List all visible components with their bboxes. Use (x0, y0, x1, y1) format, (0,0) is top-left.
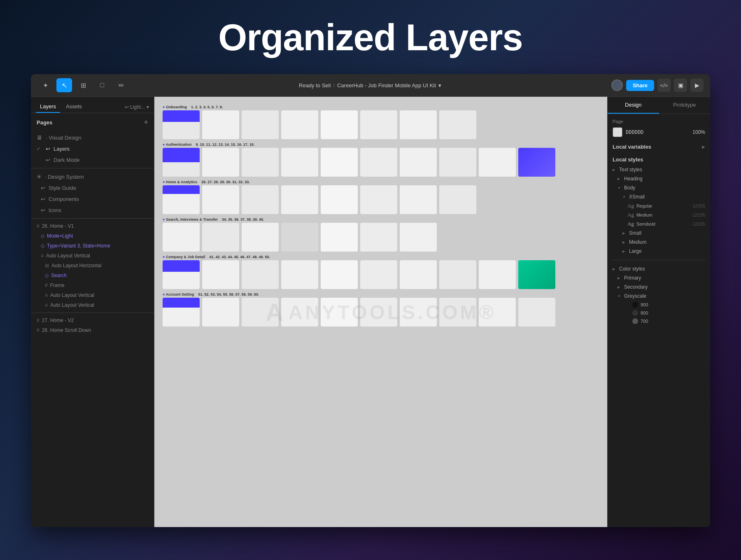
color-styles-header[interactable]: ▶ Color styles (613, 264, 705, 273)
style-secondary[interactable]: ▶ Secondary (613, 282, 705, 292)
style-small[interactable]: ▶ Small (613, 229, 705, 238)
frame-icon-v2: # (37, 317, 40, 323)
tab-layers[interactable]: Layers (36, 101, 60, 113)
breadcrumb-sep: / (333, 82, 335, 89)
page-item-components[interactable]: ↩ Components (31, 194, 154, 205)
style-xsmall-semibold[interactable]: Ag Semibold · 12/155 (613, 219, 705, 229)
arrow-icon-icons: ↩ (41, 207, 45, 213)
screen-49 (479, 260, 516, 289)
share-button[interactable]: Share (626, 80, 654, 91)
layer-frame[interactable]: # Frame (31, 280, 154, 290)
sidebar-right: Design Prototype Page DDDDDD 100% Loca (607, 97, 710, 527)
tab-prototype[interactable]: Prototype (659, 97, 711, 114)
layer-home-v1[interactable]: # 26. Home - V1 (31, 221, 154, 231)
greyscale-700-label: 700 (641, 319, 648, 324)
screen-33 (439, 185, 476, 214)
regular-meta: · 12/155 (690, 204, 705, 208)
layer-auto-layout-vertical-1[interactable]: ≡ Auto Layout Vertical (31, 251, 154, 261)
ag-semibold: Ag (627, 221, 634, 227)
right-tabs: Design Prototype (608, 97, 710, 114)
page-label-light-mode: Layers (54, 146, 70, 152)
style-xsmall-medium[interactable]: Ag Medium · 12/155 (613, 210, 705, 219)
screen-59 (479, 298, 516, 327)
pen-tool-btn[interactable]: ✏ (113, 78, 129, 92)
layer-home-v2[interactable]: # 27. Home - V2 (31, 315, 154, 325)
canvas-scroll[interactable]: ● Onboarding 1. 2. 3. 4. 5. 6. 7. 8. (154, 97, 607, 527)
arrow-icon: ↩ (46, 146, 50, 152)
screen-43 (242, 260, 279, 289)
play-icon[interactable]: ▶ (690, 79, 704, 92)
screen-58 (439, 298, 476, 327)
page-item-style-guide[interactable]: ↩ Style Guide (31, 182, 154, 194)
screen-35 (202, 223, 239, 252)
page-color-swatch[interactable] (613, 127, 622, 137)
layer-type-variant[interactable]: ◇ Type=Variant 3, State=Home (31, 241, 154, 251)
layer-auto-layout-horizontal[interactable]: ⊞ Auto Layout Horizontal (31, 261, 154, 271)
screen-15 (400, 148, 437, 177)
screen-10 (202, 148, 239, 177)
layer-search[interactable]: ◇ Search (31, 271, 154, 280)
style-greyscale-700[interactable]: 700 (613, 317, 705, 325)
present-icon[interactable]: ▣ (674, 79, 687, 92)
light-mode-component[interactable]: ↩ Light... ▾ (125, 104, 149, 110)
frame-icon-scroll: # (37, 327, 40, 333)
breadcrumb-part1: Ready to Sell (299, 82, 331, 89)
tab-design[interactable]: Design (608, 97, 659, 114)
frame-tool-btn[interactable]: ⊞ (75, 78, 91, 92)
code-icon[interactable]: </> (657, 79, 671, 92)
page-item-icons[interactable]: ↩ Icons (31, 205, 154, 216)
monitor-icon: 🖥 (37, 134, 42, 141)
panel-section-local-vars: Local variables ▶ (613, 144, 705, 150)
page-item-visual-design[interactable]: 🖥 · Visual Design (31, 132, 154, 143)
divider-3 (31, 313, 154, 313)
breadcrumb-dropdown-icon[interactable]: ▾ (438, 82, 441, 89)
sidebar-left: Layers Assets ↩ Light... ▾ Pages + 🖥 · V… (31, 97, 154, 527)
screen-31 (360, 185, 397, 214)
move-tool-btn[interactable]: ↖ (56, 78, 72, 92)
screen-12 (281, 148, 318, 177)
page-item-design-system[interactable]: ✳ · Design System (31, 171, 154, 182)
screen-5 (321, 110, 358, 139)
row-label-company: ● Company & Job Detail 41. 42. 43. 44. 4… (163, 255, 599, 259)
style-xsmall-regular[interactable]: Ag Regular · 12/155 (613, 201, 705, 210)
screen-42 (202, 260, 239, 289)
style-medium-size[interactable]: ▶ Medium (613, 238, 705, 247)
local-styles-title: Local styles (613, 156, 643, 163)
style-greyscale[interactable]: ▼ Greyscale (613, 292, 705, 301)
text-styles-header[interactable]: ▶ Text styles (613, 165, 705, 174)
page-item-light-mode[interactable]: ✓ ↩ Layers (31, 143, 154, 154)
sidebar-tabs: Layers Assets ↩ Light... ▾ (31, 97, 154, 113)
style-greyscale-900[interactable]: 900 (613, 301, 705, 309)
layer-auto-layout-vertical-3[interactable]: ≡ Auto Layout Vertical (31, 300, 154, 310)
xsmall-tri: ▼ (622, 195, 627, 199)
canvas-row-search (163, 223, 599, 252)
style-xsmall[interactable]: ▼ XSmall (613, 192, 705, 201)
auto-layout-h-icon: ⊞ (45, 263, 49, 268)
app-body: Layers Assets ↩ Light... ▾ Pages + 🖥 · V… (31, 97, 710, 527)
figma-tool-btn[interactable]: ✦ (37, 78, 53, 92)
arrow-icon-sg: ↩ (41, 185, 45, 191)
style-large[interactable]: ▶ Large (613, 247, 705, 256)
style-heading[interactable]: ▶ Heading (613, 174, 705, 183)
style-primary[interactable]: ▶ Primary (613, 273, 705, 282)
layer-home-scroll-down[interactable]: # 28. Home Scroll Down (31, 325, 154, 335)
divider-styles (613, 260, 705, 260)
semibold-meta: · 12/155 (690, 222, 705, 226)
tab-assets[interactable]: Assets (62, 101, 86, 113)
layer-auto-layout-vertical-2[interactable]: ≡ Auto Layout Vertical (31, 290, 154, 300)
screen-17 (479, 148, 516, 177)
style-greyscale-800[interactable]: 800 (613, 309, 705, 317)
screen-26 (163, 185, 200, 214)
screen-4 (281, 110, 318, 139)
shape-tool-btn[interactable]: □ (94, 78, 110, 92)
page-item-dark-mode[interactable]: ↩ Dark Mode (31, 154, 154, 166)
page-color-hex: DDDDDD (626, 129, 643, 135)
add-page-button[interactable]: + (144, 118, 148, 127)
layer-mode-light[interactable]: ◇ Mode=Light (31, 231, 154, 241)
style-body[interactable]: ▼ Body (613, 183, 705, 192)
screen-51 (163, 298, 200, 327)
canvas-row-company (163, 260, 599, 289)
canvas-section-onboarding: ● Onboarding 1. 2. 3. 4. 5. 6. 7. 8. (163, 105, 599, 139)
breadcrumb-part2[interactable]: CareerHub - Job Finder Mobile App UI Kit (337, 82, 436, 89)
local-vars-expand-icon[interactable]: ▶ (702, 145, 705, 149)
